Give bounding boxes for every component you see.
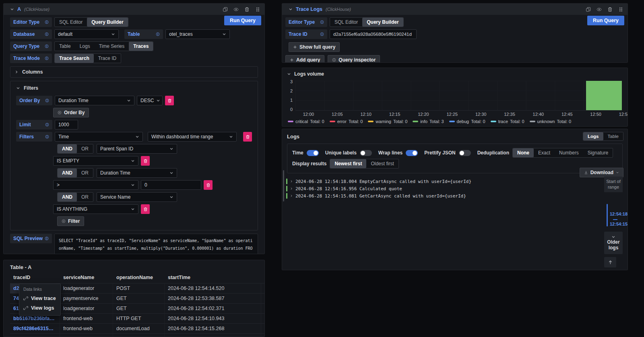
order-by-direction-select[interactable]: DESC	[137, 96, 163, 105]
older-logs-button[interactable]: Older logs	[604, 232, 623, 254]
legend-name[interactable]: debug	[457, 119, 469, 124]
expand-chevron-icon[interactable]	[290, 194, 293, 197]
column-header-starttime[interactable]: startTime	[165, 273, 261, 283]
dedup-none-option[interactable]: None	[513, 148, 534, 157]
and-option[interactable]: AND	[58, 168, 77, 177]
option-query-builder[interactable]: Query Builder	[362, 18, 403, 27]
hide-response-icon[interactable]	[597, 7, 602, 12]
add-filter-button[interactable]: Filter	[57, 216, 84, 226]
info-icon[interactable]	[320, 32, 324, 36]
drag-handle-icon[interactable]	[255, 7, 260, 12]
remove-condition-2-button[interactable]	[204, 180, 213, 190]
info-icon[interactable]	[320, 20, 324, 24]
add-query-button[interactable]: Add query	[285, 55, 324, 63]
drag-handle-icon[interactable]	[618, 7, 623, 12]
dedup-signature-option[interactable]: Signature	[583, 148, 613, 157]
option-sql-editor[interactable]: SQL Editor	[330, 18, 362, 27]
unique-labels-toggle[interactable]	[360, 150, 372, 156]
order-by-field-select[interactable]: Duration Time	[55, 96, 134, 105]
duplicate-query-icon[interactable]	[223, 7, 228, 12]
oldest-first-option[interactable]: Oldest first	[366, 159, 398, 168]
condition-3-operator-select[interactable]: IS ANYTHING	[53, 204, 138, 214]
condition-2-field-select[interactable]: Duration Time	[97, 168, 177, 178]
info-icon[interactable]	[45, 123, 49, 127]
or-option[interactable]: OR	[77, 193, 93, 201]
option-time-series[interactable]: Time Series	[95, 42, 129, 51]
time-filter-range-select[interactable]: Within dashboard time range	[148, 132, 237, 142]
legend-name[interactable]: unknown	[537, 119, 555, 124]
or-option[interactable]: OR	[77, 168, 93, 177]
database-select[interactable]: default	[54, 29, 119, 39]
legend-name[interactable]: trace	[498, 119, 508, 124]
download-button[interactable]: Download	[580, 168, 623, 177]
legend-name[interactable]: warning	[376, 119, 391, 124]
legend-name[interactable]: info	[420, 119, 427, 124]
prettify-json-toggle[interactable]	[459, 150, 471, 156]
trace-id-input[interactable]: d2a7155ef6a928a05680e5ff6190241d	[330, 29, 417, 39]
run-query-button[interactable]: Run Query	[224, 16, 261, 25]
hide-response-icon[interactable]	[233, 7, 239, 12]
remove-condition-1-button[interactable]	[141, 156, 150, 166]
column-header-traceid[interactable]: traceID	[10, 273, 60, 283]
condition-2-operator-select[interactable]: >	[53, 180, 138, 190]
newest-first-option[interactable]: Newest first	[330, 159, 366, 168]
collapse-chevron-icon[interactable]	[289, 7, 293, 11]
and-option[interactable]: AND	[58, 193, 77, 201]
filters-section-toggle[interactable]: Filters	[16, 85, 252, 91]
option-logs[interactable]: Logs	[75, 42, 95, 51]
info-icon[interactable]	[45, 32, 49, 36]
info-icon[interactable]	[156, 32, 160, 36]
range-start-time[interactable]: 12:54:18	[610, 212, 627, 216]
expand-chevron-icon[interactable]	[290, 180, 293, 183]
show-full-query-button[interactable]: Show full query	[289, 42, 340, 52]
option-table[interactable]: Table	[55, 42, 75, 51]
dedup-exact-option[interactable]: Exact	[534, 148, 555, 157]
option-query-builder[interactable]: Query Builder	[87, 18, 128, 27]
limit-input[interactable]: 1000	[55, 120, 78, 129]
expand-chevron-icon[interactable]	[290, 187, 293, 190]
remove-condition-3-button[interactable]	[141, 204, 150, 214]
info-icon[interactable]	[45, 99, 49, 103]
info-icon[interactable]	[45, 236, 49, 240]
scroll-to-top-button[interactable]	[604, 257, 616, 267]
info-icon[interactable]	[45, 135, 49, 139]
option-trace-search[interactable]: Trace Search	[55, 54, 94, 63]
query-title[interactable]: Trace Logs	[296, 6, 322, 12]
info-icon[interactable]	[45, 56, 49, 60]
legend-name[interactable]: critical	[295, 119, 308, 124]
info-icon[interactable]	[45, 44, 49, 48]
remove-order-by-button[interactable]	[165, 96, 174, 105]
delete-query-icon[interactable]	[244, 7, 250, 12]
condition-3-field-select[interactable]: Service Name	[97, 192, 177, 202]
view-logs-option[interactable]: Logs	[583, 132, 603, 140]
view-table-option[interactable]: Table	[603, 132, 623, 140]
info-icon[interactable]	[45, 20, 49, 24]
log-row[interactable]: 2024-06-28 12:54:15.081 GetCartAsync cal…	[286, 192, 583, 199]
remove-time-filter-button[interactable]	[243, 132, 252, 142]
dedup-numbers-option[interactable]: Numbers	[555, 148, 583, 157]
range-end-time[interactable]: 12:54:15	[610, 222, 627, 226]
option-sql-editor[interactable]: SQL Editor	[55, 18, 87, 27]
query-header-a[interactable]: A (ClickHouse)	[4, 4, 264, 15]
columns-section-toggle[interactable]: Columns	[10, 66, 258, 78]
view-trace-link[interactable]: View trace	[19, 294, 60, 303]
option-trace-id[interactable]: Trace ID	[94, 54, 121, 63]
add-order-by-button[interactable]: Order By	[53, 108, 89, 117]
or-option[interactable]: OR	[77, 144, 93, 153]
delete-query-icon[interactable]	[607, 7, 613, 12]
logs-volume-toggle[interactable]: Logs volume	[282, 68, 627, 80]
condition-1-field-select[interactable]: Parent Span ID	[97, 144, 177, 154]
query-header-trace-logs[interactable]: Trace Logs (ClickHouse)	[282, 4, 627, 15]
collapse-chevron-icon[interactable]	[10, 7, 14, 11]
column-header-servicename[interactable]: serviceName	[60, 273, 113, 283]
trace-id-link[interactable]: 89cf4286e631591b4...	[10, 323, 60, 333]
time-toggle[interactable]	[307, 150, 319, 156]
log-row[interactable]: 2024-06-28 12:54:18.004 EmptyCartAsync c…	[286, 178, 583, 185]
query-title[interactable]: A	[17, 6, 21, 12]
column-header-duration[interactable]: duration	[261, 273, 265, 283]
trace-id-link[interactable]: 9e7af84341036...	[10, 333, 60, 337]
logs-scrollbar[interactable]	[283, 170, 284, 201]
info-volume-bar[interactable]	[586, 81, 622, 110]
log-row[interactable]: 2024-06-28 12:54:16.956 Calculated quote	[286, 185, 583, 192]
table-select[interactable]: otel_traces	[165, 29, 230, 39]
